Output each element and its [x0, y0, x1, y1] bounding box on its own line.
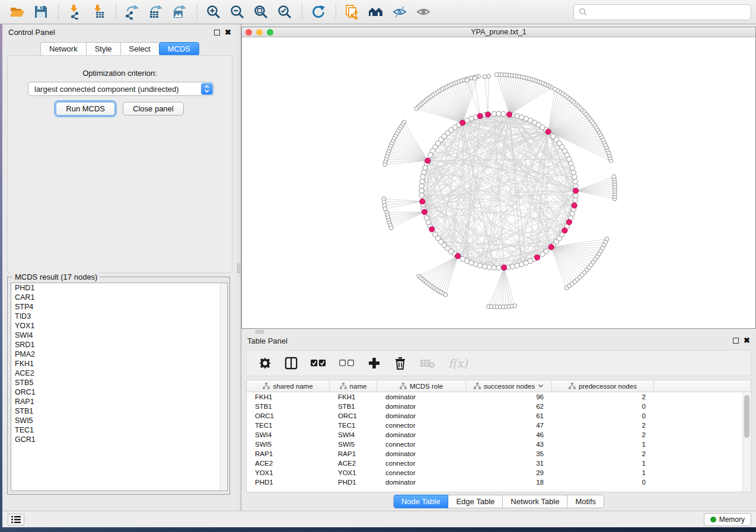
mcds-list-scrollbar[interactable]	[220, 283, 227, 491]
tab-select[interactable]: Select	[120, 42, 159, 56]
mcds-result-list[interactable]: PHD1CAR1STP4TID3YOX1SWI4SRD1PMA2FKH1ACE2…	[11, 283, 228, 491]
export-table-button[interactable]	[146, 3, 166, 21]
maximize-window-icon[interactable]	[267, 29, 273, 36]
cell-shared-name[interactable]: TEC1	[247, 422, 330, 429]
run-mcds-button[interactable]: Run MCDS	[56, 102, 115, 116]
clone-network-button[interactable]	[342, 3, 362, 21]
column-header-name[interactable]: name	[330, 380, 377, 392]
cell-shared-name[interactable]: FKH1	[247, 393, 330, 400]
cell-name[interactable]: SWI4	[330, 431, 377, 438]
mcds-result-item[interactable]: ACE2	[11, 368, 227, 378]
column-header-successor-nodes[interactable]: successor nodes	[466, 380, 552, 392]
gear-button[interactable]	[259, 355, 272, 371]
hide-selected-button[interactable]	[390, 3, 410, 21]
cell-predecessor-nodes[interactable]: 2	[552, 393, 654, 400]
node-table-scroll-thumb[interactable]	[744, 395, 749, 438]
zoom-selected-button[interactable]	[275, 3, 295, 21]
cell-successor-nodes[interactable]: 31	[466, 460, 552, 467]
cell-shared-name[interactable]: RAP1	[247, 450, 330, 457]
mcds-result-item[interactable]: FKH1	[11, 359, 227, 368]
cell-predecessor-nodes[interactable]: 2	[552, 450, 654, 457]
mcds-result-item[interactable]: SWI4	[11, 331, 227, 340]
cell-name[interactable]: ORC1	[330, 412, 377, 419]
column-header-predecessor-nodes[interactable]: predecessor nodes	[552, 380, 654, 392]
mcds-result-item[interactable]: PMA2	[11, 350, 227, 359]
export-image-button[interactable]	[170, 3, 190, 21]
mcds-result-item[interactable]: STB1	[11, 406, 227, 416]
network-graph[interactable]	[242, 37, 755, 328]
cell-predecessor-nodes[interactable]: 2	[552, 422, 654, 429]
cell-successor-nodes[interactable]: 29	[466, 469, 552, 476]
select-all-button[interactable]	[311, 355, 326, 371]
cell-predecessor-nodes[interactable]: 0	[552, 403, 654, 410]
mcds-result-item[interactable]: SRD1	[11, 340, 227, 350]
cell-name[interactable]: PHD1	[330, 479, 377, 486]
table-row[interactable]: ACE2ACE2connector311	[247, 459, 751, 468]
show-all-button[interactable]	[413, 3, 433, 21]
close-table-panel-icon[interactable]: ✖	[744, 338, 750, 344]
cell-shared-name[interactable]: STB1	[247, 403, 330, 410]
cell-shared-name[interactable]: ORC1	[247, 412, 330, 419]
float-panel-icon[interactable]	[214, 30, 220, 36]
mcds-result-item[interactable]: RAP1	[11, 397, 227, 406]
tab-network-table[interactable]: Network Table	[503, 495, 567, 508]
export-network-button[interactable]	[122, 3, 142, 21]
tab-motifs[interactable]: Motifs	[567, 495, 604, 508]
columns-button[interactable]	[285, 355, 298, 371]
mcds-result-item[interactable]: CAR1	[11, 293, 227, 302]
mcds-result-item[interactable]: YOX1	[11, 321, 227, 331]
cell-MCDS-role[interactable]: connector	[377, 422, 466, 429]
search-input[interactable]	[588, 5, 751, 20]
mcds-result-item[interactable]: GCR1	[11, 435, 227, 444]
save-session-button[interactable]	[31, 3, 51, 21]
table-row[interactable]: TEC1TEC1connector472	[247, 421, 751, 430]
table-row[interactable]: STB1STB1dominator620	[247, 402, 751, 411]
cell-name[interactable]: STB1	[330, 403, 377, 410]
cell-successor-nodes[interactable]: 61	[466, 412, 552, 419]
cell-shared-name[interactable]: SWI5	[247, 441, 330, 448]
tab-network[interactable]: Network	[40, 42, 86, 56]
cell-MCDS-role[interactable]: dominator	[377, 479, 466, 486]
cell-name[interactable]: SWI5	[330, 441, 377, 448]
panel-list-button[interactable]	[8, 514, 24, 525]
column-header-MCDS-role[interactable]: MCDS role	[377, 380, 466, 392]
cell-MCDS-role[interactable]: connector	[377, 460, 466, 467]
vertical-splitter-handle[interactable]	[237, 264, 241, 273]
cell-name[interactable]: ACE2	[330, 460, 377, 467]
mcds-result-item[interactable]: STP4	[11, 302, 227, 312]
open-file-button[interactable]	[7, 3, 27, 21]
cell-MCDS-role[interactable]: dominator	[377, 450, 466, 457]
cell-MCDS-role[interactable]: dominator	[377, 393, 466, 400]
cell-MCDS-role[interactable]: dominator	[377, 403, 466, 410]
cell-successor-nodes[interactable]: 46	[466, 431, 552, 438]
cell-shared-name[interactable]: ACE2	[247, 460, 330, 467]
cell-successor-nodes[interactable]: 96	[466, 393, 552, 400]
zoom-in-button[interactable]	[203, 3, 224, 21]
cell-predecessor-nodes[interactable]: 2	[552, 431, 654, 438]
cell-name[interactable]: RAP1	[330, 450, 377, 457]
minimize-window-icon[interactable]	[256, 29, 263, 36]
cell-predecessor-nodes[interactable]: 1	[552, 460, 654, 467]
table-row[interactable]: SWI4SWI4dominator462	[247, 430, 751, 440]
cell-successor-nodes[interactable]: 35	[466, 450, 552, 457]
table-row[interactable]: ORC1ORC1dominator610	[247, 411, 751, 421]
mcds-result-item[interactable]: SWI5	[11, 416, 227, 425]
cell-name[interactable]: YOX1	[330, 469, 377, 476]
tab-edge-table[interactable]: Edge Table	[448, 495, 503, 508]
mcds-result-item[interactable]: ORC1	[11, 387, 227, 397]
cell-MCDS-role[interactable]: dominator	[377, 412, 466, 419]
cell-successor-nodes[interactable]: 62	[466, 403, 552, 410]
import-table-button[interactable]	[88, 3, 109, 21]
cell-MCDS-role[interactable]: connector	[377, 441, 466, 448]
cell-shared-name[interactable]: PHD1	[247, 479, 330, 486]
table-row[interactable]: SWI5SWI5connector431	[247, 440, 751, 449]
tab-mcds[interactable]: MCDS	[159, 42, 199, 56]
table-row[interactable]: FKH1FKH1dominator962	[247, 392, 751, 402]
tab-style[interactable]: Style	[86, 42, 120, 56]
cell-MCDS-role[interactable]: dominator	[377, 431, 466, 438]
vertical-splitter[interactable]	[237, 24, 241, 511]
zoom-out-button[interactable]	[227, 3, 247, 21]
table-row[interactable]: YOX1YOX1connector291	[247, 468, 751, 477]
cell-MCDS-role[interactable]: connector	[377, 469, 466, 476]
cell-successor-nodes[interactable]: 47	[466, 422, 552, 429]
